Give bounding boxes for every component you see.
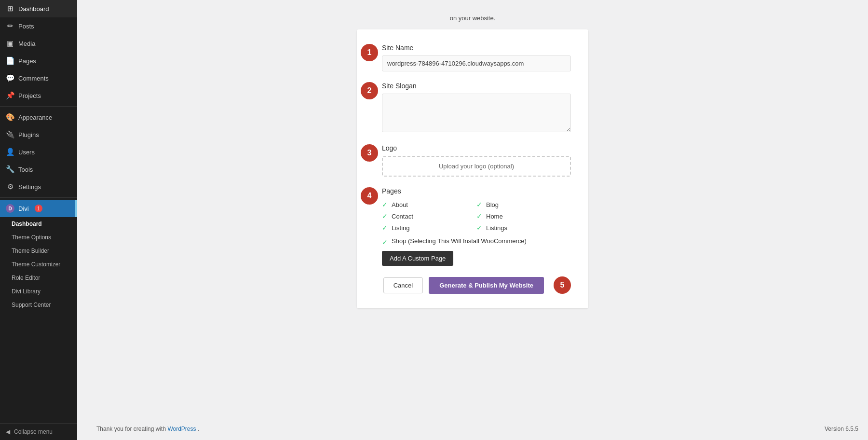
divi-subitem-theme-customizer[interactable]: Theme Customizer [0,258,77,271]
tools-icon: 🔧 [6,165,14,174]
page-about: ✓ About [382,201,476,208]
pages-icon: 📄 [6,56,14,65]
checkmark-contact: ✓ [382,212,388,220]
site-name-input[interactable] [382,55,571,71]
appearance-icon: 🎨 [6,113,14,122]
divi-subitem-support-center[interactable]: Support Center [0,298,77,312]
checkmark-blog: ✓ [476,201,482,208]
site-slogan-label: Site Slogan [382,82,571,90]
divi-subitem-theme-options[interactable]: Theme Options [0,231,77,244]
plugins-icon: 🔌 [6,130,14,139]
pages-label: Pages [382,187,571,195]
add-custom-page-button[interactable]: Add A Custom Page [382,251,453,266]
divi-subitem-role-editor[interactable]: Role Editor [0,271,77,285]
site-slogan-input[interactable] [382,94,571,132]
main-area: on your website. 1 Site Name 2 Site Slog… [77,0,868,440]
sidebar-item-dashboard[interactable]: ⊞ Dashboard [0,0,77,17]
checkmark-about: ✓ [382,201,388,208]
step-4-section: 4 Pages ✓ About ✓ Blog ✓ Cont [374,187,571,266]
checkmark-listing: ✓ [382,224,388,232]
top-hint: on your website. [450,14,496,22]
collapse-menu-button[interactable]: ◀ Collapse menu [0,423,77,440]
sidebar-item-media[interactable]: ▣ Media [0,35,77,52]
page-listings: ✓ Listings [476,224,571,232]
page-contact: ✓ Contact [382,212,476,220]
projects-icon: 📌 [6,91,14,100]
divi-icon: D [6,204,14,213]
divi-badge: 1 [35,205,42,212]
step-4-badge: 4 [361,187,378,205]
generate-publish-button[interactable]: Generate & Publish My Website [429,277,544,294]
cancel-button[interactable]: Cancel [383,277,423,293]
form-footer: Cancel Generate & Publish My Website 5 [374,276,571,294]
divi-subitem-dashboard[interactable]: Dashboard [0,217,77,231]
wordpress-link[interactable]: WordPress [167,426,196,432]
page-blog: ✓ Blog [476,201,571,208]
sidebar-item-posts[interactable]: ✏ Posts [0,17,77,35]
version-note: Version 6.5.5 [825,426,858,432]
content-area: on your website. 1 Site Name 2 Site Slog… [96,10,849,430]
sidebar-item-users[interactable]: 👤 Users [0,143,77,161]
page-listing: ✓ Listing [382,224,476,232]
step-3-badge: 3 [361,144,378,162]
divi-subitem-theme-builder[interactable]: Theme Builder [0,244,77,258]
checkmark-shop: ✓ [382,238,388,246]
step-2-badge: 2 [361,82,378,99]
comments-icon: 💬 [6,74,14,82]
settings-icon: ⚙ [6,182,14,191]
collapse-icon: ◀ [6,428,10,435]
pages-grid: ✓ About ✓ Blog ✓ Contact ✓ [382,201,571,232]
sidebar-item-appearance[interactable]: 🎨 Appearance [0,109,77,126]
divi-subitem-divi-library[interactable]: Divi Library [0,285,77,298]
step-2-section: 2 Site Slogan [374,82,571,134]
media-icon: ▣ [6,39,14,48]
posts-icon: ✏ [6,22,14,30]
checkmark-listings: ✓ [476,224,482,232]
footer-note: Thank you for creating with WordPress . [87,426,209,432]
form-card: 1 Site Name 2 Site Slogan 3 Logo Upload … [357,29,588,308]
page-shop: ✓ Shop (Selecting This Will Install WooC… [382,237,571,246]
page-home: ✓ Home [476,212,571,220]
step-5-badge: 5 [554,276,571,294]
step-1-badge: 1 [361,44,378,61]
sidebar-item-projects[interactable]: 📌 Projects [0,87,77,104]
sidebar-item-comments[interactable]: 💬 Comments [0,69,77,87]
sidebar-item-plugins[interactable]: 🔌 Plugins [0,126,77,143]
site-name-label: Site Name [382,44,571,52]
sidebar-item-settings[interactable]: ⚙ Settings [0,178,77,195]
sidebar: ⊞ Dashboard ✏ Posts ▣ Media 📄 Pages 💬 Co… [0,0,77,440]
checkmark-home: ✓ [476,212,482,220]
step-3-section: 3 Logo Upload your logo (optional) [374,144,571,177]
page-footer: Thank you for creating with WordPress . … [77,426,868,432]
main-content: on your website. 1 Site Name 2 Site Slog… [77,0,868,440]
sidebar-item-tools[interactable]: 🔧 Tools [0,161,77,178]
step-1-section: 1 Site Name [374,44,571,71]
divi-menu-header[interactable]: D Divi 1 [0,200,77,217]
dashboard-icon: ⊞ [6,4,14,13]
users-icon: 👤 [6,148,14,156]
logo-label: Logo [382,144,571,152]
logo-upload-button[interactable]: Upload your logo (optional) [382,156,571,177]
sidebar-item-pages[interactable]: 📄 Pages [0,52,77,69]
